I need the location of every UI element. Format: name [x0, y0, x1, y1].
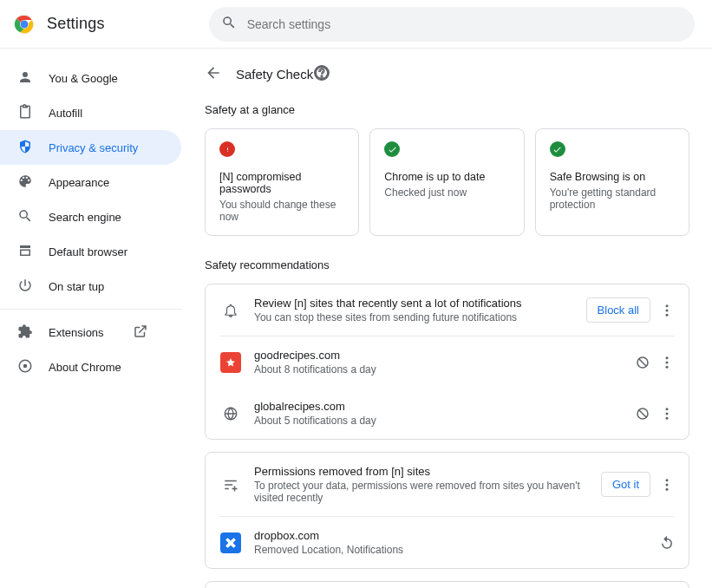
person-icon: [17, 69, 49, 88]
svg-point-18: [666, 412, 669, 415]
svg-point-22: [666, 487, 669, 490]
svg-point-6: [666, 304, 669, 307]
search-input[interactable]: [247, 17, 683, 31]
nav-label: You & Google: [49, 72, 118, 85]
more-menu-button[interactable]: [659, 355, 675, 370]
search-box[interactable]: [209, 7, 695, 42]
panel-notifications: Review [n] sites that recently sent a lo…: [205, 284, 689, 440]
card-update[interactable]: Chrome is up to date Checked just now: [369, 128, 524, 236]
browser-icon: [17, 243, 49, 261]
svg-point-3: [23, 363, 28, 368]
site-row: goodrecipes.com About 8 notifications a …: [206, 336, 689, 388]
nav-label: Search engine: [49, 211, 121, 224]
row-title: Permissions removed from [n] sites: [254, 465, 601, 478]
page-title: Safety Check: [236, 67, 313, 82]
row-title: Review [n] sites that recently sent a lo…: [254, 297, 586, 310]
nav-search-engine[interactable]: Search engine: [0, 199, 181, 234]
site-host: goodrecipes.com: [254, 349, 626, 362]
block-site-button[interactable]: [635, 406, 650, 421]
nav-label: Autofill: [49, 107, 82, 120]
site-host: globalrecipes.com: [254, 400, 626, 413]
panel-permissions: Permissions removed from [n] sites To pr…: [205, 452, 689, 569]
globe-icon: [220, 403, 241, 424]
section-label-recs: Safety recommendations: [205, 258, 689, 271]
nav-label: About Chrome: [49, 361, 121, 374]
card-safe-browsing[interactable]: Safe Browsing is on You're getting stand…: [535, 128, 689, 236]
undo-button[interactable]: [659, 535, 675, 551]
block-all-button[interactable]: Block all: [586, 297, 650, 323]
more-menu-button[interactable]: [659, 303, 675, 318]
chrome-logo-icon: [14, 14, 35, 35]
content-header: Safety Check ?: [205, 64, 689, 84]
site-favicon: [220, 532, 241, 553]
site-row: dropbox.com Removed Location, Notificati…: [206, 517, 689, 568]
nav-extensions[interactable]: Extensions: [0, 315, 181, 350]
bell-icon: [219, 303, 242, 318]
nav-privacy-security[interactable]: Privacy & security: [0, 130, 181, 165]
panel-header-row: Permissions removed from [n] sites To pr…: [206, 453, 689, 516]
external-link-icon: [133, 323, 164, 342]
site-host: dropbox.com: [254, 529, 650, 542]
app-header: Settings: [0, 0, 712, 49]
help-button[interactable]: ?: [313, 64, 330, 84]
site-favicon: [220, 352, 241, 373]
nav-label: Privacy & security: [49, 141, 138, 154]
card-sub: You should change these now: [219, 199, 344, 223]
nav-label: On star tup: [49, 280, 104, 293]
card-passwords[interactable]: [N] compromised passwords You should cha…: [205, 128, 359, 236]
more-menu-button[interactable]: [659, 406, 675, 421]
svg-text:?: ?: [319, 68, 324, 77]
svg-point-13: [666, 365, 669, 368]
svg-point-7: [666, 309, 669, 311]
svg-point-21: [666, 483, 669, 486]
check-icon: [384, 141, 400, 157]
content: Safety Check ? Safety at a glance [N] co…: [182, 49, 712, 588]
sidebar: You & Google Autofill Privacy & security…: [0, 49, 182, 588]
site-sub: About 5 notifications a day: [254, 415, 626, 427]
chrome-small-icon: [17, 358, 49, 376]
section-label-glance: Safety at a glance: [205, 103, 689, 116]
back-button[interactable]: [205, 64, 236, 84]
app-title: Settings: [47, 15, 105, 33]
block-site-button[interactable]: [635, 355, 650, 370]
alert-icon: [219, 141, 235, 157]
nav-label: Appearance: [49, 176, 109, 189]
card-sub: You're getting standard protection: [550, 186, 675, 211]
nav-label: Extensions: [49, 326, 104, 339]
got-it-button[interactable]: Got it: [601, 472, 650, 497]
svg-point-11: [666, 356, 669, 359]
tune-icon: [219, 477, 242, 493]
nav-you-and-google[interactable]: You & Google: [0, 61, 181, 95]
panel-header-row: Review [n] sites that recently sent a lo…: [206, 284, 689, 336]
nav-appearance[interactable]: Appearance: [0, 165, 181, 199]
more-menu-button[interactable]: [659, 477, 675, 493]
row-sub: To protect your data, permissions were r…: [254, 480, 601, 504]
svg-point-8: [666, 313, 669, 316]
nav-on-startup[interactable]: On star tup: [0, 269, 181, 304]
svg-line-10: [639, 358, 647, 366]
paint-icon: [17, 173, 49, 192]
card-title: [N] compromised passwords: [219, 171, 344, 195]
card-title: Safe Browsing is on: [550, 171, 675, 183]
nav-about-chrome[interactable]: About Chrome: [0, 350, 181, 384]
search-icon: [221, 15, 247, 33]
search-icon: [17, 208, 49, 226]
svg-point-17: [666, 408, 669, 410]
site-row: globalrecipes.com About 5 notifications …: [206, 388, 689, 439]
card-title: Chrome is up to date: [384, 171, 509, 183]
svg-point-12: [666, 361, 669, 363]
svg-line-16: [639, 409, 647, 417]
shield-icon: [17, 139, 49, 157]
check-icon: [550, 141, 565, 157]
site-sub: About 8 notifications a day: [254, 363, 626, 376]
nav-label: Default browser: [49, 245, 127, 258]
card-sub: Checked just now: [384, 186, 509, 199]
glance-cards: [N] compromised passwords You should cha…: [205, 128, 689, 236]
panel-header-row: Review [n] extensions that were taken do…: [206, 582, 689, 588]
puzzle-icon: [17, 323, 49, 342]
nav-default-browser[interactable]: Default browser: [0, 234, 181, 269]
clipboard-icon: [17, 104, 49, 122]
row-sub: You can stop these sites from sending fu…: [254, 311, 586, 323]
nav-autofill[interactable]: Autofill: [0, 95, 181, 130]
svg-point-1: [21, 20, 29, 28]
